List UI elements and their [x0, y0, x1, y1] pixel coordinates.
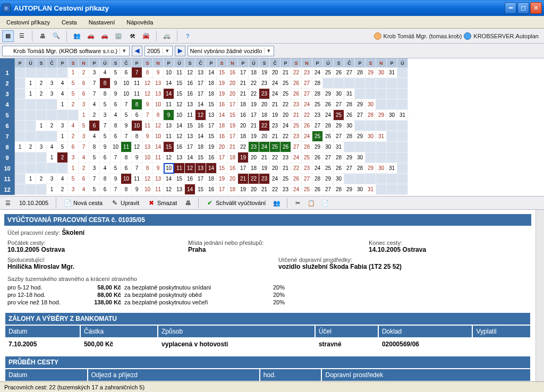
- day-cell[interactable]: 24: [302, 131, 312, 142]
- day-cell[interactable]: 7: [132, 67, 142, 78]
- day-cell[interactable]: 23: [291, 131, 302, 142]
- day-cell[interactable]: 22: [280, 131, 291, 142]
- print-icon[interactable]: 🖶: [182, 197, 194, 209]
- day-cell[interactable]: 29: [344, 184, 355, 195]
- day-cell[interactable]: 16: [206, 152, 217, 163]
- day-cell[interactable]: 24: [312, 67, 323, 78]
- day-cell[interactable]: 19: [259, 163, 270, 174]
- day-cell[interactable]: 22: [238, 142, 249, 152]
- day-cell[interactable]: 13: [153, 174, 164, 184]
- people-icon[interactable]: 👥: [71, 30, 83, 42]
- day-cell[interactable]: 3: [79, 99, 89, 110]
- day-cell[interactable]: 4: [57, 174, 68, 184]
- day-cell[interactable]: 7: [142, 110, 153, 121]
- day-cell[interactable]: 25: [323, 67, 334, 78]
- day-cell[interactable]: 18: [217, 121, 227, 131]
- day-cell[interactable]: 2: [79, 67, 89, 78]
- day-cell[interactable]: 27: [323, 184, 334, 195]
- day-cell[interactable]: 28: [312, 78, 323, 89]
- day-cell[interactable]: 15: [227, 110, 238, 121]
- day-cell[interactable]: 11: [174, 163, 185, 174]
- day-cell[interactable]: 21: [227, 142, 238, 152]
- day-cell[interactable]: 15: [206, 99, 217, 110]
- day-cell[interactable]: 6: [121, 163, 132, 174]
- day-cell[interactable]: 3: [100, 110, 110, 121]
- day-cell[interactable]: 13: [196, 163, 206, 174]
- day-cell[interactable]: 9: [100, 142, 110, 152]
- day-cell[interactable]: 23: [259, 78, 270, 89]
- day-cell[interactable]: 15: [185, 121, 196, 131]
- day-cell[interactable]: 8: [142, 163, 153, 174]
- day-cell[interactable]: 25: [280, 174, 291, 184]
- day-cell[interactable]: 27: [323, 152, 334, 163]
- day-cell[interactable]: 26: [312, 184, 323, 195]
- day-cell[interactable]: 12: [185, 67, 196, 78]
- day-cell[interactable]: 31: [387, 67, 397, 78]
- day-cell[interactable]: 8: [110, 121, 121, 131]
- day-cell[interactable]: 16: [196, 121, 206, 131]
- day-cell[interactable]: 11: [153, 152, 164, 163]
- day-cell[interactable]: 1: [47, 184, 57, 195]
- day-cell[interactable]: 16: [185, 174, 196, 184]
- day-cell[interactable]: 26: [344, 110, 355, 121]
- day-cell[interactable]: 15: [217, 163, 227, 174]
- day-cell[interactable]: 28: [334, 152, 344, 163]
- day-cell[interactable]: 19: [227, 121, 238, 131]
- day-cell[interactable]: 14: [185, 152, 196, 163]
- day-cell[interactable]: 10: [153, 131, 164, 142]
- vehicle-combo[interactable]: Není vybráno žádné vozidlo ▾: [188, 46, 275, 56]
- day-cell[interactable]: 21: [270, 99, 280, 110]
- day-cell[interactable]: 6: [79, 89, 89, 99]
- day-cell[interactable]: 17: [217, 152, 227, 163]
- day-cell[interactable]: 19: [217, 174, 227, 184]
- day-cell[interactable]: 23: [291, 99, 302, 110]
- day-cell[interactable]: 30: [334, 174, 344, 184]
- day-cell[interactable]: 26: [323, 131, 334, 142]
- day-cell[interactable]: 7: [89, 89, 100, 99]
- day-cell[interactable]: 14: [174, 121, 185, 131]
- day-cell[interactable]: 10: [142, 184, 153, 195]
- day-cell[interactable]: 4: [57, 89, 68, 99]
- day-cell[interactable]: 8: [121, 152, 132, 163]
- day-cell[interactable]: 4: [110, 110, 121, 121]
- day-cell[interactable]: 22: [249, 78, 259, 89]
- day-cell[interactable]: 29: [366, 67, 376, 78]
- day-cell[interactable]: 16: [185, 89, 196, 99]
- day-cell[interactable]: 5: [68, 78, 79, 89]
- day-cell[interactable]: 3: [89, 163, 100, 174]
- day-cell[interactable]: 21: [259, 152, 270, 163]
- scrollbar[interactable]: [536, 210, 544, 381]
- day-cell[interactable]: 23: [280, 184, 291, 195]
- day-cell[interactable]: 13: [174, 184, 185, 195]
- day-cell[interactable]: 14: [164, 89, 174, 99]
- day-cell[interactable]: 21: [280, 67, 291, 78]
- day-cell[interactable]: 23: [302, 163, 312, 174]
- day-cell[interactable]: 10: [132, 121, 142, 131]
- day-cell[interactable]: 9: [164, 110, 174, 121]
- day-cell[interactable]: 12: [153, 121, 164, 131]
- day-cell[interactable]: 27: [302, 174, 312, 184]
- day-cell[interactable]: 25: [302, 152, 312, 163]
- day-cell[interactable]: 9: [132, 152, 142, 163]
- day-cell[interactable]: 11: [174, 67, 185, 78]
- day-cell[interactable]: 23: [280, 152, 291, 163]
- day-cell[interactable]: 7: [89, 174, 100, 184]
- day-cell[interactable]: 5: [68, 89, 79, 99]
- day-cell[interactable]: 8: [100, 78, 110, 89]
- day-cell[interactable]: 30: [376, 67, 387, 78]
- day-cell[interactable]: 29: [323, 174, 334, 184]
- day-cell[interactable]: 21: [259, 184, 270, 195]
- people-icon[interactable]: 👥: [271, 197, 283, 209]
- day-cell[interactable]: 27: [355, 110, 366, 121]
- day-cell[interactable]: 1: [26, 174, 36, 184]
- day-cell[interactable]: 28: [355, 67, 366, 78]
- day-cell[interactable]: 4: [100, 67, 110, 78]
- day-cell[interactable]: 18: [196, 142, 206, 152]
- day-cell[interactable]: 10: [121, 78, 132, 89]
- day-cell[interactable]: 8: [153, 110, 164, 121]
- day-cell[interactable]: 13: [196, 67, 206, 78]
- day-cell[interactable]: 28: [366, 110, 376, 121]
- table-row[interactable]: 7.10.2005500,00 Kčvyplacená v hotovostis…: [5, 338, 530, 350]
- day-cell[interactable]: 6: [89, 121, 100, 131]
- menu-item[interactable]: Cesta: [60, 18, 79, 27]
